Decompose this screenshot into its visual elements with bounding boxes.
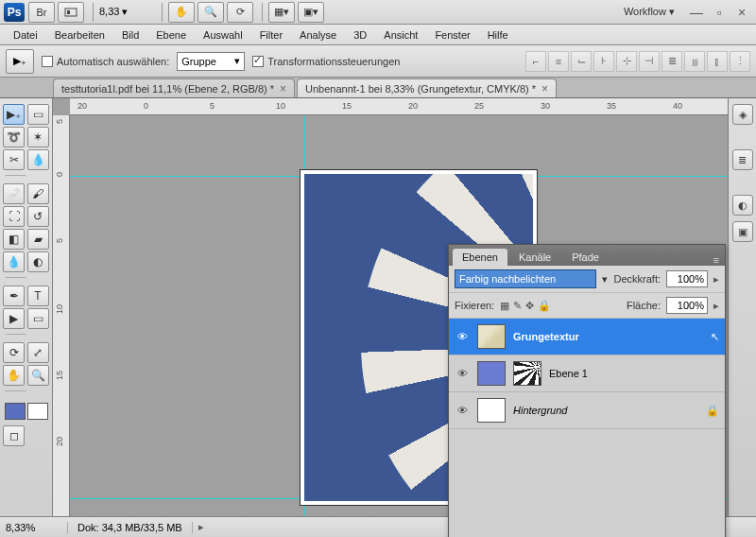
align-top-icon[interactable]: ⌐: [525, 51, 546, 72]
layer-row[interactable]: 👁 Ebene 1: [449, 355, 725, 392]
current-tool-icon[interactable]: ▶₊: [6, 49, 34, 74]
arrange-documents[interactable]: ▦▾: [268, 2, 295, 23]
menu-analyse[interactable]: Analyse: [292, 26, 344, 43]
blend-mode-select[interactable]: Farbig nachbelichten: [455, 269, 596, 288]
brush-tool[interactable]: 🖌: [27, 183, 49, 204]
shape-tool[interactable]: ▭: [27, 308, 49, 329]
transform-controls-checkbox[interactable]: Transformationssteuerungen: [252, 56, 400, 67]
dodge-tool[interactable]: ◐: [27, 251, 49, 272]
layer-name[interactable]: Grungetextur: [513, 331, 703, 342]
visibility-icon[interactable]: 👁: [455, 331, 470, 342]
fill-field[interactable]: 100%: [666, 297, 708, 314]
minimize-button[interactable]: ―: [686, 5, 707, 20]
ruler-vertical[interactable]: 5 0 5 10 15 20: [53, 115, 70, 516]
panel-tab-pfade[interactable]: Pfade: [562, 249, 609, 266]
quick-select-tool[interactable]: ✶: [27, 127, 49, 147]
rotate-view-shortcut[interactable]: ⟳: [227, 2, 253, 23]
history-brush-tool[interactable]: ↺: [27, 206, 49, 227]
layer-row[interactable]: 👁 Hintergrund 🔒: [449, 392, 725, 429]
pen-tool[interactable]: ✒: [3, 286, 25, 306]
crop-tool[interactable]: ✂: [3, 149, 25, 170]
swatches-panel-icon[interactable]: ◐: [732, 195, 753, 216]
status-doc-size[interactable]: Dok: 34,3 MB/33,5 MB: [68, 522, 193, 533]
healing-tool[interactable]: 🩹: [3, 183, 25, 204]
type-tool[interactable]: T: [27, 286, 49, 306]
bridge-button[interactable]: Br: [28, 2, 55, 23]
menu-auswahl[interactable]: Auswahl: [196, 26, 250, 43]
marquee-tool[interactable]: ▭: [27, 104, 49, 125]
layer-thumbnail[interactable]: [477, 398, 506, 423]
auto-select-checkbox[interactable]: Automatisch auswählen:: [42, 56, 169, 67]
close-button[interactable]: ×: [731, 5, 752, 20]
workspace-switcher[interactable]: Workflow ▾: [614, 6, 684, 18]
layer-mask-thumbnail[interactable]: [513, 361, 541, 386]
document-tab[interactable]: testtutoria1l.pdf bei 11,1% (Ebene 2, RG…: [53, 78, 295, 97]
tab-close-icon[interactable]: ×: [280, 82, 286, 95]
visibility-icon[interactable]: 👁: [455, 405, 470, 416]
layers-panel-icon[interactable]: ≣: [732, 149, 753, 170]
menu-ebene[interactable]: Ebene: [148, 26, 194, 43]
gradient-tool[interactable]: ▰: [27, 229, 49, 250]
distribute-3-icon[interactable]: ⫿: [707, 51, 728, 72]
lock-all-icon[interactable]: 🔒: [538, 300, 551, 312]
menu-bearbeiten[interactable]: Bearbeiten: [47, 26, 112, 43]
align-left-icon[interactable]: ⊦: [593, 51, 614, 72]
layer-thumbnail[interactable]: [477, 324, 506, 349]
history-panel-icon[interactable]: ◈: [732, 104, 753, 125]
panel-menu-icon[interactable]: ≡: [708, 254, 725, 266]
tab-close-icon[interactable]: ×: [541, 82, 548, 95]
document-tab[interactable]: Unbenannt-1 bei 8,33% (Grungetextur, CMY…: [297, 78, 557, 97]
status-menu-icon[interactable]: ▸: [193, 521, 210, 533]
foreground-color[interactable]: [5, 403, 26, 420]
menu-hilfe[interactable]: Hilfe: [480, 26, 516, 43]
distribute-4-icon[interactable]: ⋮: [730, 51, 750, 72]
eyedropper-tool[interactable]: 💧: [27, 149, 49, 170]
visibility-icon[interactable]: 👁: [455, 368, 470, 379]
restore-button[interactable]: ▫: [709, 5, 730, 20]
layer-name[interactable]: Ebene 1: [549, 368, 719, 379]
lock-pixels-icon[interactable]: ✎: [513, 300, 522, 312]
layer-row[interactable]: 👁 Grungetextur ↖: [449, 319, 725, 355]
3d-rotate-tool[interactable]: ⟳: [3, 342, 25, 363]
status-zoom[interactable]: 8,33%: [0, 522, 68, 533]
paths-panel-icon[interactable]: ▣: [732, 221, 753, 242]
distribute-1-icon[interactable]: ≣: [662, 51, 682, 72]
background-color[interactable]: [27, 403, 48, 420]
align-hcenter-icon[interactable]: ⊹: [616, 51, 637, 72]
ruler-horizontal[interactable]: 20 0 5 10 15 20 25 30 35 40: [70, 98, 728, 115]
opacity-field[interactable]: 100%: [666, 270, 708, 287]
zoom-tool-shortcut[interactable]: 🔍: [198, 2, 224, 23]
3d-camera-tool[interactable]: ⤢: [27, 342, 49, 363]
align-bottom-icon[interactable]: ⌙: [571, 51, 592, 72]
menu-ansicht[interactable]: Ansicht: [376, 26, 425, 43]
menu-fenster[interactable]: Fenster: [427, 26, 477, 43]
quickmask-toggle[interactable]: ◻: [3, 425, 25, 446]
move-tool[interactable]: ▶₊: [3, 104, 25, 125]
menu-filter[interactable]: Filter: [252, 26, 290, 43]
lock-position-icon[interactable]: ✥: [525, 300, 534, 312]
eraser-tool[interactable]: ◧: [3, 229, 25, 250]
layer-name[interactable]: Hintergrund: [513, 405, 698, 416]
menu-3d[interactable]: 3D: [346, 26, 374, 43]
minibridge-button[interactable]: [58, 2, 84, 23]
menu-datei[interactable]: Datei: [6, 26, 45, 43]
align-vcenter-icon[interactable]: ≡: [548, 51, 569, 72]
hand-tool-shortcut[interactable]: ✋: [168, 2, 195, 23]
layer-thumbnail[interactable]: [477, 361, 506, 386]
auto-select-type[interactable]: Gruppe▾: [177, 52, 245, 71]
stamp-tool[interactable]: ⛶: [3, 206, 25, 227]
panel-tab-kanaele[interactable]: Kanäle: [509, 249, 560, 266]
zoom-level[interactable]: 8,33 ▾: [99, 6, 156, 18]
menu-bild[interactable]: Bild: [114, 26, 146, 43]
align-right-icon[interactable]: ⊣: [639, 51, 660, 72]
hand-tool[interactable]: ✋: [3, 365, 25, 386]
lasso-tool[interactable]: ➰: [3, 127, 25, 147]
path-select-tool[interactable]: ▶: [3, 308, 25, 329]
layers-panel[interactable]: Ebenen Kanäle Pfade ≡ Farbig nachbelicht…: [448, 244, 726, 537]
zoom-tool[interactable]: 🔍: [27, 365, 49, 386]
screen-mode[interactable]: ▣▾: [298, 2, 324, 23]
lock-transparency-icon[interactable]: ▦: [500, 300, 509, 312]
distribute-2-icon[interactable]: ⫼: [684, 51, 705, 72]
panel-tab-ebenen[interactable]: Ebenen: [453, 249, 507, 266]
blur-tool[interactable]: 💧: [3, 251, 25, 272]
